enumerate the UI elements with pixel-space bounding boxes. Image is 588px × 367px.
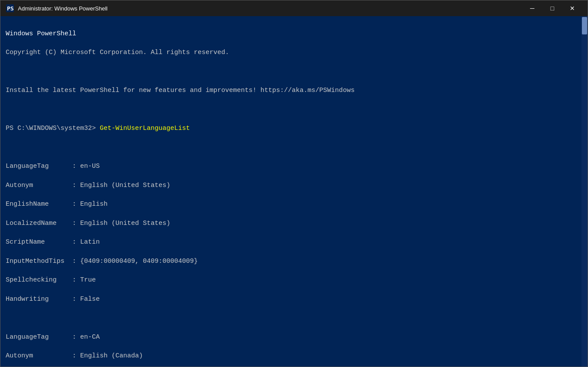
lang1-engname: EnglishName : English — [6, 200, 582, 209]
window-title: Administrator: Windows PowerShell — [18, 5, 522, 12]
lang1-locname: LocalizedName : English (United States) — [6, 219, 582, 228]
lang1-tag: LanguageTag : en-US — [6, 162, 582, 171]
lang1-scriptname: ScriptName : Latin — [6, 238, 582, 247]
lang1-autonym: Autonym : English (United States) — [6, 181, 582, 190]
powershell-icon: PS — [6, 4, 14, 13]
line-copyright: Copyright (C) Microsoft Corporation. All… — [6, 48, 582, 58]
powershell-window: PS Administrator: Windows PowerShell ─ □… — [0, 0, 588, 367]
lang1-handwriting: Handwriting : False — [6, 295, 582, 304]
prompt-1: PS C:\WINDOWS\system32> — [6, 125, 100, 132]
scrollbar[interactable] — [581, 16, 588, 367]
cmd1-text: Get-WinUserLanguageList — [100, 125, 190, 132]
lang2-autonym: Autonym : English (Canada) — [6, 351, 582, 361]
title-bar: PS Administrator: Windows PowerShell ─ □… — [0, 0, 588, 16]
line-empty-3 — [6, 143, 582, 153]
window-controls: ─ □ ✕ — [522, 0, 582, 16]
lang2-tag: LanguageTag : en-CA — [6, 333, 582, 342]
line-empty-1 — [6, 67, 582, 77]
line-cmd1: PS C:\WINDOWS\system32> Get-WinUserLangu… — [6, 124, 582, 133]
terminal-body[interactable]: Windows PowerShell Copyright (C) Microso… — [0, 16, 588, 367]
scrollbar-thumb[interactable] — [582, 17, 587, 34]
minimize-button[interactable]: ─ — [522, 0, 542, 16]
svg-text:PS: PS — [7, 5, 14, 12]
close-button[interactable]: ✕ — [562, 0, 582, 16]
line-empty-2 — [6, 105, 582, 115]
maximize-button[interactable]: □ — [542, 0, 562, 16]
lang1-spell: Spellchecking : True — [6, 275, 582, 285]
line-empty-4 — [6, 313, 582, 323]
lang1-inputtips: InputMethodTips : {0409:00000409, 0409:0… — [6, 257, 582, 266]
terminal-content: Windows PowerShell Copyright (C) Microso… — [6, 20, 582, 367]
line-install: Install the latest PowerShell for new fe… — [6, 86, 582, 95]
line-windows-powershell: Windows PowerShell — [6, 29, 582, 39]
